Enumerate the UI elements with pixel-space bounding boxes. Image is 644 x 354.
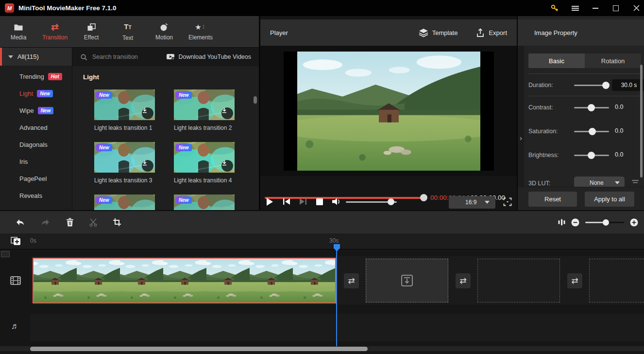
- transition-card[interactable]: New Light leaks transition 3: [94, 142, 155, 184]
- tab-elements[interactable]: ★⋮ Elements: [189, 22, 212, 41]
- add-to-timeline-icon[interactable]: [10, 236, 21, 247]
- timeline-clip[interactable]: [33, 258, 336, 303]
- reset-button[interactable]: Reset: [528, 192, 577, 207]
- tab-label: Text: [122, 35, 133, 41]
- zoom-out-button[interactable]: [571, 218, 579, 227]
- brightness-row: Brightness: 0.0: [528, 149, 641, 161]
- close-button[interactable]: [631, 3, 641, 13]
- transition-thumbnail[interactable]: New: [174, 89, 235, 120]
- undo-button[interactable]: [15, 218, 25, 227]
- search-input[interactable]: [91, 53, 161, 61]
- timeline-ruler[interactable]: 0s 30s: [0, 233, 644, 249]
- tab-transition[interactable]: ⇄ Transition: [43, 23, 67, 41]
- contrast-knob[interactable]: [588, 104, 595, 111]
- transition-thumbnail[interactable]: New: [94, 195, 155, 210]
- category-wipe[interactable]: Wipe New: [0, 102, 72, 119]
- volume-knob[interactable]: [388, 198, 394, 205]
- transition-card[interactable]: New Light leaks transition 1: [94, 89, 155, 131]
- aspect-ratio-select[interactable]: 16:9: [449, 196, 495, 209]
- star-icon: ★⋮: [195, 22, 206, 32]
- download-icon[interactable]: [142, 107, 153, 119]
- minimize-button[interactable]: [591, 3, 600, 13]
- brightness-knob[interactable]: [588, 152, 595, 159]
- audio-track-icon: ♬: [11, 321, 19, 331]
- previous-frame-button[interactable]: [282, 198, 291, 205]
- transition-card[interactable]: New Light leaks transition 4: [174, 142, 235, 184]
- split-button[interactable]: [89, 218, 98, 227]
- stop-button[interactable]: [316, 198, 323, 205]
- audio-track: [30, 314, 644, 341]
- transition-thumbnail[interactable]: New: [94, 89, 155, 120]
- timeline-zoom-slider[interactable]: [585, 222, 624, 223]
- lut-import-icon[interactable]: [631, 179, 639, 184]
- transition-thumbnail[interactable]: New: [174, 142, 235, 173]
- panel-collapse-handle[interactable]: ›: [518, 46, 524, 210]
- redo-button[interactable]: [40, 218, 51, 227]
- saturation-value: 0.0: [615, 127, 623, 134]
- folder-icon: [14, 23, 23, 32]
- next-frame-button[interactable]: [299, 198, 307, 205]
- transition-card-partial[interactable]: New: [94, 195, 155, 210]
- zoom-in-button[interactable]: [630, 218, 638, 227]
- playhead-handle[interactable]: [334, 244, 340, 251]
- clip-placeholder-active[interactable]: [366, 259, 448, 302]
- transition-list: Download YouTube Videos Light New Light …: [72, 47, 259, 210]
- menu-icon[interactable]: [570, 3, 580, 13]
- crop-button[interactable]: [113, 218, 121, 227]
- download-youtube-button[interactable]: Download YouTube Videos: [167, 53, 251, 60]
- app-logo-icon: M: [5, 3, 14, 13]
- play-button[interactable]: [266, 197, 273, 206]
- transition-thumbnail[interactable]: New: [174, 195, 235, 210]
- transition-name: Light leaks transition 3: [94, 177, 155, 184]
- category-trending[interactable]: Trending Hot: [0, 68, 72, 85]
- property-title: Image Property: [534, 29, 577, 36]
- download-icon[interactable]: [142, 160, 153, 172]
- tab-text[interactable]: TT Text: [116, 22, 139, 41]
- transition-slot-icon[interactable]: ⇄: [344, 273, 359, 288]
- transition-card[interactable]: New Light leaks transition 2: [174, 89, 235, 131]
- license-key-icon[interactable]: [550, 3, 559, 13]
- tab-motion[interactable]: Motion: [153, 23, 176, 41]
- tab-rotation[interactable]: Rotation: [585, 53, 641, 68]
- download-icon[interactable]: [221, 160, 233, 172]
- saturation-knob[interactable]: [589, 128, 596, 135]
- timeline-hscroll: [0, 346, 644, 351]
- timeline-hscroll-thumb[interactable]: [30, 347, 368, 351]
- duration-value: 30.0 s: [612, 79, 644, 91]
- maximize-button[interactable]: [611, 3, 621, 13]
- tab-media[interactable]: Media: [7, 23, 30, 41]
- category-advanced[interactable]: Advanced: [0, 119, 72, 136]
- fit-timeline-icon[interactable]: [558, 218, 565, 226]
- property-scrollbar[interactable]: [640, 65, 643, 177]
- video-frame: [284, 52, 494, 171]
- download-icon[interactable]: [221, 107, 233, 119]
- transition-arrows-icon: ⇄: [51, 23, 59, 32]
- duration-row: Duration: 30.0 s: [528, 79, 641, 91]
- timeline-zoom-knob[interactable]: [603, 219, 609, 226]
- tab-basic[interactable]: Basic: [528, 53, 585, 68]
- transition-slot-icon[interactable]: ⇄: [567, 273, 582, 288]
- tab-effect[interactable]: Effect: [80, 23, 103, 41]
- transition-card-partial[interactable]: New: [174, 195, 235, 210]
- category-pagepeel[interactable]: PagePeel: [0, 170, 72, 187]
- clip-placeholder[interactable]: [477, 259, 560, 302]
- ruler-label-30s: 30s: [329, 237, 339, 244]
- template-button[interactable]: Template: [419, 28, 458, 37]
- category-reveals[interactable]: Reveals: [0, 187, 72, 204]
- new-badge: New: [176, 91, 192, 99]
- export-button[interactable]: Export: [476, 28, 507, 37]
- duration-knob[interactable]: [602, 82, 610, 89]
- category-light[interactable]: Light New: [0, 85, 72, 102]
- export-icon: [476, 28, 485, 37]
- apply-to-all-button[interactable]: Apply to all: [585, 192, 634, 207]
- category-diagonals[interactable]: Diagonals: [0, 136, 72, 153]
- fullscreen-button[interactable]: [503, 197, 512, 206]
- category-iris[interactable]: Iris: [0, 153, 72, 170]
- library-scrollbar[interactable]: [254, 96, 257, 104]
- volume-icon[interactable]: [332, 197, 341, 206]
- clip-placeholder[interactable]: [589, 259, 644, 302]
- transition-slot-icon[interactable]: ⇄: [456, 273, 471, 288]
- category-all[interactable]: All(115): [0, 48, 72, 66]
- delete-button[interactable]: [66, 218, 74, 227]
- transition-thumbnail[interactable]: New: [94, 142, 155, 173]
